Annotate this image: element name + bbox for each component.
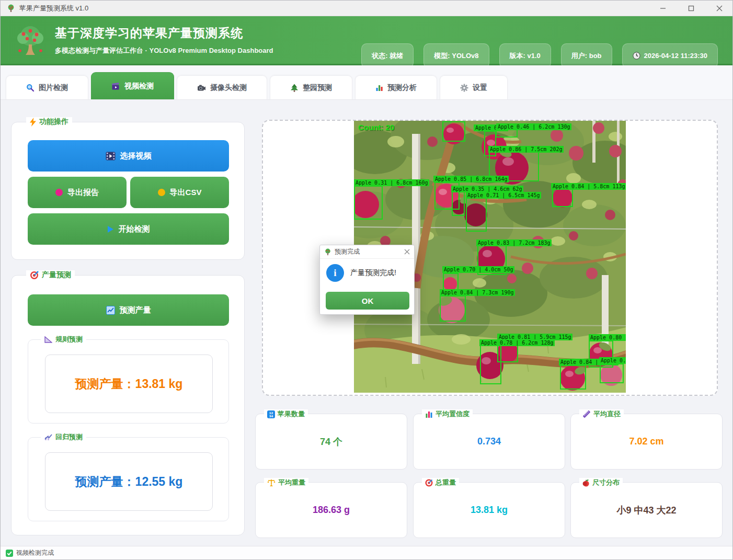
stat-value: 7.02 cm <box>571 414 722 469</box>
play-icon <box>107 225 114 233</box>
line-chart-icon <box>106 306 115 315</box>
stat-value: 0.734 <box>414 414 565 469</box>
app-logo-tree-icon <box>15 25 45 56</box>
dialog-close-icon[interactable] <box>404 249 410 255</box>
page-title: 基于深度学习的苹果产量预测系统 <box>55 25 273 41</box>
select-video-button[interactable]: 选择视频 <box>28 140 229 172</box>
detection-label: Apple 0.70 | 4.0cm 50g <box>442 266 514 273</box>
status-badge: 状态: 就绪 <box>361 43 414 68</box>
movie-clapper-icon <box>111 82 120 90</box>
trend-chart-icon <box>44 433 52 441</box>
predict-yield-button[interactable]: 预测产量 <box>28 294 229 326</box>
detection-box <box>442 121 465 142</box>
detection-box <box>560 365 586 390</box>
close-icon[interactable] <box>705 1 733 16</box>
status-text: 视频检测完成 <box>16 548 54 557</box>
count-overlay: Count: 20 <box>358 123 394 132</box>
detection-label: Apple 0.46 | 6.2cm 130g <box>496 123 571 130</box>
tab-bar: 图片检测 视频检测 摄像头检测 整园预测 预测分析 设置 <box>1 65 733 100</box>
page-subtitle: 多模态检测与产量评估工作台 · YOLOv8 Premium Desktop D… <box>55 46 273 55</box>
detection-label: Apple 0.84 | 5.8cm 113g <box>551 183 626 190</box>
detection-label: Apple 0.31 | 6.8cm 160g <box>354 179 429 186</box>
tab-image-detect[interactable]: 图片检测 <box>6 75 88 99</box>
version-badge: 版本: v1.0 <box>499 43 551 68</box>
detection-box <box>466 198 487 232</box>
time-badge: 2026-04-12 11:23:30 <box>622 43 718 68</box>
dialog-title: 预测完成 <box>335 247 404 256</box>
regression-predict-title: 回归预测 <box>41 432 86 442</box>
detection-label: Apple 0.85 | 6.8cm 164g <box>433 176 509 182</box>
detection-label: Apple 0.78 | 6.2cm 128g <box>479 339 555 346</box>
yield-group: 产量预测 预测产量 规则预测 预测产量：13.81 kg 回归预测 预测产量：1… <box>11 275 245 535</box>
stat-value: 13.81 kg <box>414 483 565 538</box>
rule-predict-group: 规则预测 预测产量：13.81 kg <box>28 339 229 424</box>
maximize-icon[interactable] <box>677 1 705 16</box>
detection-box <box>600 363 624 383</box>
actions-group-title: 功能操作 <box>26 117 72 127</box>
export-csv-button[interactable]: 导出CSV <box>130 177 229 208</box>
export-report-button[interactable]: 导出报告 <box>28 177 127 208</box>
user-badge: 用户: bob <box>561 43 612 68</box>
search-icon <box>26 84 35 92</box>
tab-orchard-predict[interactable]: 整园预测 <box>270 75 352 99</box>
stat-card-apple-count: 1234 苹果数量 74 个 <box>255 414 407 470</box>
minimize-icon[interactable] <box>649 1 677 16</box>
stat-card-avg-weight: 平均重量 186.63 g <box>255 482 407 538</box>
detection-box <box>440 295 466 322</box>
pink-dot-icon <box>55 189 63 196</box>
detection-label: Apple 0.71 | 6.5cm 145g <box>466 192 541 199</box>
stat-card-avg-diameter: 平均直径 7.02 cm <box>570 414 723 470</box>
status-bar: 视频检测完成 <box>1 546 733 559</box>
app-tree-icon <box>7 4 15 13</box>
detection-label: Apple 0.80 | <box>599 357 626 364</box>
tab-video-detect[interactable]: 视频检测 <box>91 72 174 99</box>
window-title: 苹果产量预测系统 v1.0 <box>19 4 88 13</box>
detection-box <box>552 189 573 207</box>
dialog-tree-icon <box>324 248 331 256</box>
rule-predict-title: 规则预测 <box>41 335 86 344</box>
regression-predict-group: 回归预测 预测产量：12.55 kg <box>28 437 229 521</box>
stat-value: 小9 中43 大22 <box>571 483 722 538</box>
camera-icon <box>197 84 206 92</box>
dialog-message: 产量预测完成! <box>350 268 396 278</box>
stat-card-avg-confidence: 平均置信度 0.734 <box>413 414 565 470</box>
title-bar: 苹果产量预测系统 v1.0 <box>1 1 733 16</box>
prediction-complete-dialog: 预测完成 i 产量预测完成! OK <box>319 245 415 315</box>
model-badge: 模型: YOLOv8 <box>423 43 489 68</box>
detection-box <box>354 186 383 220</box>
stat-value: 186.63 g <box>256 483 407 538</box>
actions-group: 功能操作 选择视频 导出报告 导出CSV 开始检测 <box>11 122 245 260</box>
rule-predict-value: 预测产量：13.81 kg <box>45 355 213 413</box>
dialog-titlebar: 预测完成 <box>320 245 414 259</box>
film-play-icon <box>106 152 116 161</box>
detection-label: Apple 0.84 | 7.3cm 190g <box>440 289 515 296</box>
stat-value: 74 个 <box>256 414 407 469</box>
info-icon: i <box>326 264 344 282</box>
app-header: 基于深度学习的苹果产量预测系统 多模态检测与产量评估工作台 · YOLOv8 P… <box>1 16 733 65</box>
detection-box <box>452 191 465 216</box>
gear-icon <box>460 84 468 92</box>
yellow-dot-icon <box>158 189 165 196</box>
triangle-ruler-icon <box>44 336 52 343</box>
yield-group-title: 产量预测 <box>26 270 75 280</box>
detection-label: Apple 0.83 | 7.2cm 183g <box>476 239 552 246</box>
lightning-icon <box>30 118 36 127</box>
tree-icon <box>290 84 299 92</box>
tab-camera-detect[interactable]: 摄像头检测 <box>177 75 267 99</box>
tab-settings[interactable]: 设置 <box>440 75 508 99</box>
regression-predict-value: 预测产量：12.55 kg <box>45 452 213 511</box>
start-detect-button[interactable]: 开始检测 <box>28 213 229 245</box>
detection-label: Apple 0.86 | 7.5cm 202g <box>488 146 564 153</box>
detection-label: Apple 0.80 | 6.6cm <box>589 334 626 341</box>
tab-analysis[interactable]: 预测分析 <box>355 75 437 99</box>
stat-card-total-weight: 总重量 13.81 kg <box>413 482 565 538</box>
stat-card-size-distribution: 尺寸分布 小9 中43 大22 <box>570 482 723 538</box>
detection-box <box>480 344 501 384</box>
check-icon <box>6 550 13 557</box>
clock-icon <box>633 52 640 60</box>
bar-chart-icon <box>375 84 383 92</box>
header-badges: 状态: 就绪 模型: YOLOv8 版本: v1.0 用户: bob 2026-… <box>361 43 718 68</box>
ok-button[interactable]: OK <box>326 292 409 310</box>
target-dart-icon <box>30 271 39 280</box>
